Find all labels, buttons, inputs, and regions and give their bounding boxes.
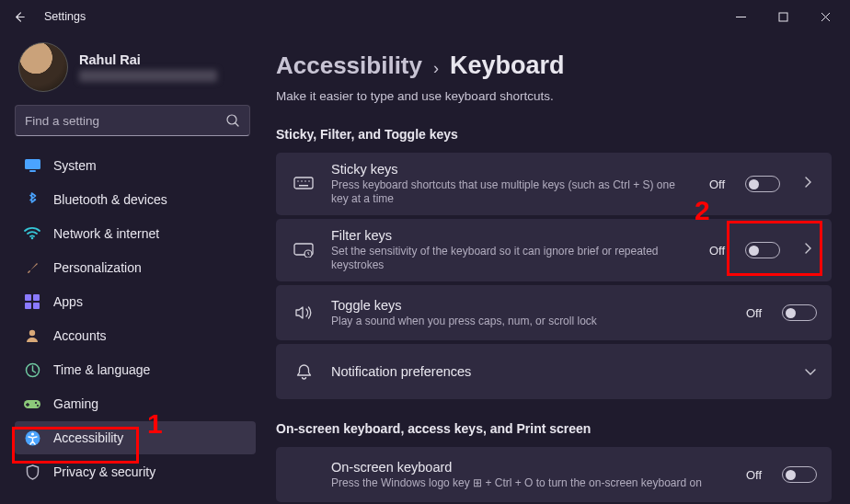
sidebar-item-label: Time & language bbox=[53, 362, 150, 377]
avatar bbox=[18, 42, 68, 92]
sidebar-item-privacy[interactable]: Privacy & security bbox=[15, 455, 256, 488]
sidebar-item-label: Personalization bbox=[53, 260, 142, 275]
sidebar-item-system[interactable]: System bbox=[15, 149, 256, 182]
clock-globe-icon bbox=[24, 361, 40, 378]
svg-point-19 bbox=[304, 180, 306, 182]
sidebar-item-label: Bluetooth & devices bbox=[53, 192, 167, 207]
card-description: Press keyboard shortcuts that use multip… bbox=[331, 178, 693, 206]
sidebar-item-label: System bbox=[53, 158, 97, 173]
sidebar-item-apps[interactable]: Apps bbox=[15, 285, 256, 318]
card-title: Filter keys bbox=[331, 228, 693, 243]
minimize-icon bbox=[736, 12, 746, 22]
minimize-button[interactable] bbox=[719, 3, 762, 30]
close-button[interactable] bbox=[804, 3, 846, 30]
sidebar-item-label: Apps bbox=[53, 294, 83, 309]
svg-rect-5 bbox=[25, 294, 31, 301]
card-title: Sticky keys bbox=[331, 162, 693, 177]
svg-rect-8 bbox=[33, 303, 40, 309]
sidebar-item-accessibility[interactable]: Accessibility bbox=[15, 421, 256, 454]
maximize-icon bbox=[778, 12, 788, 22]
card-description: Set the sensitivity of the keyboard so i… bbox=[331, 245, 693, 272]
title-bar: Settings bbox=[0, 0, 850, 33]
sidebar-item-personalization[interactable]: Personalization bbox=[15, 251, 256, 284]
svg-point-18 bbox=[301, 180, 303, 182]
maximize-button[interactable] bbox=[762, 3, 804, 30]
chevron-right-icon[interactable] bbox=[804, 176, 817, 192]
filter-keys-toggle[interactable] bbox=[745, 242, 780, 258]
page-subtitle: Make it easier to type and use keyboard … bbox=[276, 89, 832, 103]
card-title: Notification preferences bbox=[331, 364, 780, 379]
section-heading: Sticky, Filter, and Toggle keys bbox=[276, 127, 832, 142]
apps-icon bbox=[24, 293, 40, 310]
toggle-keys-card[interactable]: Toggle keys Play a sound when you press … bbox=[276, 285, 832, 340]
svg-point-12 bbox=[35, 401, 37, 403]
breadcrumb-parent[interactable]: Accessibility bbox=[276, 52, 422, 80]
chevron-right-icon[interactable] bbox=[804, 242, 817, 258]
sidebar-item-label: Network & internet bbox=[53, 226, 159, 241]
back-button[interactable] bbox=[11, 10, 28, 24]
svg-rect-6 bbox=[33, 294, 40, 301]
svg-rect-2 bbox=[25, 159, 40, 169]
svg-point-17 bbox=[297, 180, 299, 182]
notification-preferences-card[interactable]: Notification preferences bbox=[276, 344, 832, 399]
sidebar-item-time-language[interactable]: Time & language bbox=[15, 353, 256, 386]
search-input[interactable] bbox=[25, 114, 225, 128]
bluetooth-icon bbox=[24, 191, 40, 208]
user-name: Rahul Rai bbox=[79, 52, 217, 67]
keyboard-icon bbox=[293, 177, 315, 191]
svg-rect-16 bbox=[294, 178, 313, 189]
wifi-icon bbox=[24, 225, 40, 242]
nav-list: System Bluetooth & devices Network & int… bbox=[15, 149, 256, 488]
user-email-redacted bbox=[79, 70, 217, 82]
sound-icon bbox=[293, 305, 315, 320]
toggle-state-label: Off bbox=[709, 244, 725, 258]
close-icon bbox=[821, 12, 831, 22]
toggle-state-label: Off bbox=[746, 306, 762, 320]
svg-rect-0 bbox=[779, 13, 787, 21]
chevron-down-icon[interactable] bbox=[804, 363, 817, 380]
sidebar-item-label: Accessibility bbox=[53, 430, 123, 445]
toggle-state-label: Off bbox=[709, 178, 725, 191]
user-account[interactable]: Rahul Rai bbox=[18, 42, 256, 92]
sidebar-item-label: Gaming bbox=[53, 396, 98, 411]
on-screen-keyboard-toggle[interactable] bbox=[782, 466, 817, 483]
sidebar-item-bluetooth[interactable]: Bluetooth & devices bbox=[15, 183, 256, 216]
on-screen-keyboard-card[interactable]: On-screen keyboard Press the Windows log… bbox=[276, 447, 832, 502]
card-title: On-screen keyboard bbox=[331, 460, 729, 475]
card-title: Toggle keys bbox=[331, 298, 729, 313]
sticky-keys-card[interactable]: Sticky keys Press keyboard shortcuts tha… bbox=[276, 153, 832, 215]
chevron-right-icon: › bbox=[433, 59, 439, 78]
section-heading: On-screen keyboard, access keys, and Pri… bbox=[276, 421, 832, 436]
svg-point-1 bbox=[227, 115, 236, 124]
breadcrumb: Accessibility › Keyboard bbox=[276, 52, 832, 80]
bell-icon bbox=[293, 363, 315, 381]
search-icon bbox=[225, 113, 240, 128]
sidebar-item-accounts[interactable]: Accounts bbox=[15, 319, 256, 352]
card-description: Press the Windows logo key ⊞ + Ctrl + O … bbox=[331, 476, 729, 490]
arrow-left-icon bbox=[13, 10, 27, 24]
filter-keys-card[interactable]: Filter keys Set the sensitivity of the k… bbox=[276, 219, 832, 281]
toggle-state-label: Off bbox=[746, 468, 762, 482]
svg-point-13 bbox=[37, 404, 39, 406]
card-description: Play a sound when you press caps, num, o… bbox=[331, 315, 729, 328]
sidebar-item-label: Accounts bbox=[53, 328, 107, 343]
person-icon bbox=[24, 327, 40, 344]
svg-rect-21 bbox=[299, 185, 308, 187]
svg-point-20 bbox=[308, 180, 310, 182]
keyboard-filter-icon bbox=[293, 243, 315, 258]
sidebar-item-gaming[interactable]: Gaming bbox=[15, 387, 256, 420]
svg-point-4 bbox=[31, 237, 34, 240]
sticky-keys-toggle[interactable] bbox=[745, 176, 780, 192]
sidebar-item-network[interactable]: Network & internet bbox=[15, 217, 256, 250]
shield-icon bbox=[24, 464, 40, 480]
main-content: Accessibility › Keyboard Make it easier … bbox=[265, 33, 850, 504]
system-icon bbox=[24, 157, 40, 174]
toggle-keys-toggle[interactable] bbox=[782, 304, 817, 321]
svg-point-9 bbox=[29, 330, 35, 336]
search-box[interactable] bbox=[15, 105, 250, 136]
brush-icon bbox=[24, 259, 40, 276]
sidebar-item-label: Privacy & security bbox=[53, 464, 155, 479]
window-title: Settings bbox=[44, 10, 86, 23]
page-title: Keyboard bbox=[450, 52, 565, 80]
accessibility-icon bbox=[24, 430, 40, 446]
